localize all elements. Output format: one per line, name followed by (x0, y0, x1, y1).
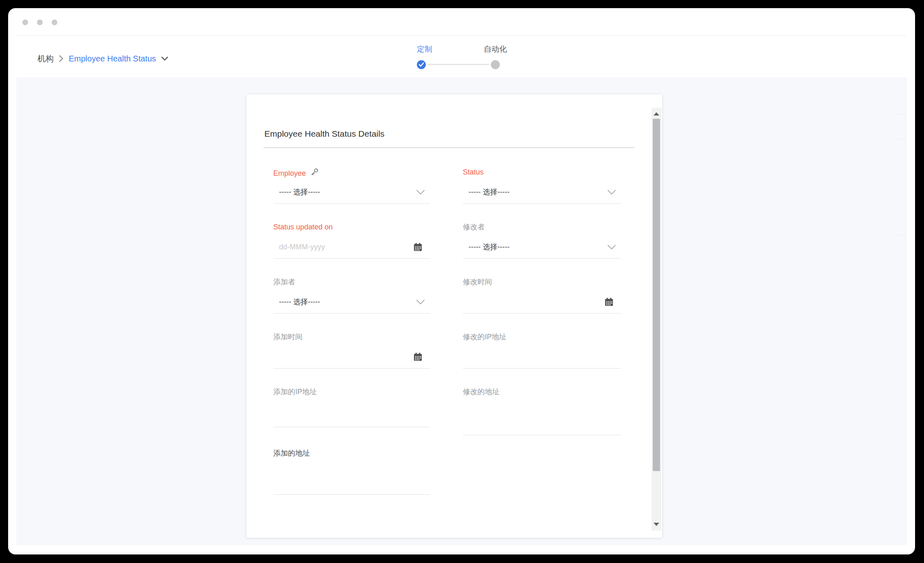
form-section-title: Employee Health Status Details (264, 129, 384, 139)
field-status-label: Status (463, 168, 484, 177)
field-status-updated-on: Status updated on dd-MMM-yyyy (273, 223, 430, 277)
calendar-icon[interactable] (604, 297, 614, 307)
modified-time-date-input[interactable] (463, 293, 621, 311)
field-status: Status ----- 选择----- (463, 168, 621, 223)
window-control-dot[interactable] (22, 20, 28, 25)
field-underline (273, 203, 430, 204)
field-underline (463, 368, 621, 369)
stepper-pending-dot[interactable] (491, 60, 500, 69)
field-added-by: 添加者 ----- 选择----- (273, 277, 430, 332)
modified-address-textarea[interactable] (463, 406, 621, 432)
field-modified-by: 修改者 ----- 选择----- (463, 223, 621, 277)
field-underline (273, 258, 430, 259)
field-added-address-label: 添加的地址 (273, 449, 310, 458)
added-ip-text-input[interactable] (273, 406, 430, 424)
field-modified-address: 修改的地址 (463, 387, 621, 445)
chevron-down-icon (607, 244, 616, 250)
field-underline (273, 368, 430, 369)
field-underline (273, 494, 430, 495)
field-added-by-label: 添加者 (273, 277, 295, 286)
status-select[interactable]: ----- 选择----- (463, 183, 621, 201)
right-gutter-line (898, 114, 906, 114)
window-control-dot[interactable] (37, 20, 43, 25)
titlebar-divider (17, 35, 906, 36)
main-content-area: Employee Health Status Details Employee (16, 77, 907, 545)
field-underline (273, 427, 430, 427)
field-underline (463, 313, 621, 314)
employee-select[interactable]: ----- 选择----- (273, 183, 430, 201)
fields-grid: Employee ----- 选择----- (273, 168, 621, 527)
scroll-down-icon[interactable] (652, 519, 661, 530)
card-scrollbar[interactable] (652, 108, 661, 530)
field-underline (463, 203, 621, 204)
field-added-time-label: 添加时间 (273, 332, 303, 341)
field-added-time: 添加时间 (273, 332, 430, 387)
added-address-textarea[interactable] (273, 467, 430, 492)
field-status-updated-on-label: Status updated on (273, 223, 333, 231)
check-circle-icon[interactable] (417, 60, 426, 69)
breadcrumb-current[interactable]: Employee Health Status (69, 54, 156, 63)
window-control-dot[interactable] (52, 20, 57, 25)
chevron-down-icon (416, 190, 425, 195)
section-divider (264, 147, 634, 148)
field-underline (463, 435, 621, 435)
chevron-right-icon (59, 55, 64, 63)
field-modified-time-label: 修改时间 (463, 277, 492, 286)
right-gutter-line (898, 235, 906, 235)
key-icon (310, 168, 319, 179)
scroll-up-icon[interactable] (652, 109, 661, 119)
field-modified-ip-label: 修改的IP地址 (463, 332, 506, 341)
stepper-step-customize-label[interactable]: 定制 (402, 44, 447, 55)
stepper-connector (427, 64, 489, 65)
status-updated-on-date-input[interactable]: dd-MMM-yyyy (273, 238, 430, 256)
field-modified-address-label: 修改的地址 (463, 387, 499, 396)
field-added-ip: 添加的IP地址 (273, 387, 430, 445)
modified-by-select[interactable]: ----- 选择----- (463, 238, 621, 256)
chevron-down-icon (416, 299, 425, 305)
added-by-select[interactable]: ----- 选择----- (273, 293, 430, 311)
field-modified-by-label: 修改者 (463, 223, 485, 231)
field-underline (463, 258, 621, 259)
field-modified-ip: 修改的IP地址 (463, 332, 621, 387)
field-employee-label: Employee (273, 169, 306, 178)
field-employee: Employee ----- 选择----- (273, 168, 430, 223)
field-underline (273, 313, 430, 314)
breadcrumb-root[interactable]: 机构 (37, 53, 54, 64)
calendar-icon[interactable] (413, 352, 423, 362)
right-gutter-line (898, 139, 906, 140)
calendar-icon[interactable] (413, 242, 423, 252)
app-window: 机构 Employee Health Status 定制 自动化 Employe… (8, 8, 915, 554)
modified-ip-text-input[interactable] (463, 348, 621, 366)
field-modified-time: 修改时间 (463, 277, 621, 332)
stepper-step-automation-label[interactable]: 自动化 (473, 44, 518, 55)
scrollbar-thumb[interactable] (653, 119, 660, 471)
form-details-card: Employee Health Status Details Employee (246, 94, 662, 538)
added-time-date-input[interactable] (273, 348, 430, 366)
chevron-down-icon (607, 190, 616, 195)
field-added-address: 添加的地址 (273, 445, 430, 527)
chevron-down-icon[interactable] (161, 56, 168, 61)
breadcrumb: 机构 Employee Health Status (37, 50, 168, 67)
field-added-ip-label: 添加的IP地址 (273, 387, 317, 396)
